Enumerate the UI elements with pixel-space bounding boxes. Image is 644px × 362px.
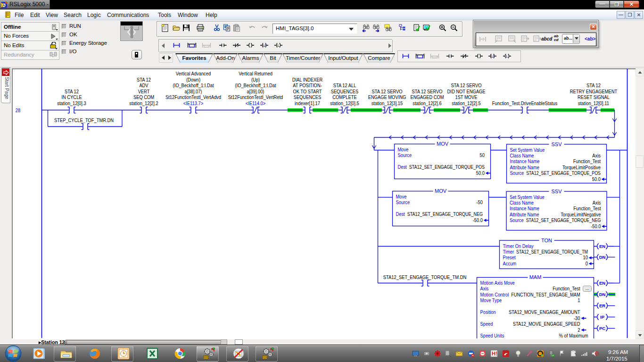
svg-text:Attribute Name: Attribute Name — [510, 212, 539, 217]
svg-text:-50.0: -50.0 — [591, 223, 601, 229]
svg-text:ENGAGED COM: ENGAGED COM — [410, 94, 444, 100]
svg-text:MOV: MOV — [437, 141, 449, 147]
svg-text:...: ... — [586, 286, 589, 291]
svg-text:Vertical Advanced: Vertical Advanced — [176, 71, 211, 76]
svg-text:50: 50 — [480, 152, 485, 158]
svg-text:MOV: MOV — [435, 188, 447, 194]
svg-text:station_12[0].3: station_12[0].3 — [57, 100, 86, 106]
svg-text:2: 2 — [578, 327, 580, 333]
svg-text:St12FunctionTestI_VertRetd: St12FunctionTestI_VertRetd — [228, 94, 283, 100]
svg-text:(Down): (Down) — [186, 77, 200, 82]
svg-text:ENGAGE MOVING: ENGAGE MOVING — [368, 94, 406, 100]
svg-text:50.0: 50.0 — [476, 170, 485, 176]
svg-text:station_12[3].15: station_12[3].15 — [372, 100, 403, 106]
svg-text:(IO_Beckhoff_1:I.Dat: (IO_Beckhoff_1:I.Dat — [173, 82, 214, 88]
svg-text:DID NOT ENGAGE: DID NOT ENGAGE — [447, 89, 486, 94]
svg-text:Source: Source — [510, 170, 524, 176]
svg-text:Timer On Delay: Timer On Delay — [503, 243, 534, 249]
svg-text:Axis: Axis — [592, 153, 601, 158]
svg-text:ADV: ADV — [139, 82, 149, 88]
svg-text:AT POSITION-: AT POSITION- — [293, 82, 322, 88]
svg-text:28: 28 — [16, 107, 20, 113]
svg-text:Move: Move — [398, 147, 409, 152]
svg-text:VERT: VERT — [138, 89, 150, 94]
svg-text:Speed Units: Speed Units — [480, 333, 504, 338]
svg-text:STEP_CYCLE_TOF_TMR.DN: STEP_CYCLE_TOF_TMR.DN — [54, 117, 114, 123]
svg-text:Function_Test.DriveEnableStatu: Function_Test.DriveEnableStatus — [492, 100, 558, 106]
svg-text:Source: Source — [510, 217, 524, 223]
svg-text:Position: Position — [480, 309, 496, 315]
svg-text:Speed: Speed — [480, 321, 493, 327]
svg-text:STA12_MOVE_ENGAGE_AMOUNT: STA12_MOVE_ENGAGE_AMOUNT — [509, 309, 580, 315]
svg-text:Attribute Name: Attribute Name — [510, 165, 539, 170]
svg-text:Move: Move — [396, 194, 407, 199]
svg-text:Motion Axis Move: Motion Axis Move — [480, 280, 515, 286]
svg-text:1ST MOVE: 1ST MOVE — [455, 94, 477, 100]
svg-text:indexer[1].17: indexer[1].17 — [295, 100, 320, 106]
svg-text:Source: Source — [398, 152, 412, 158]
svg-text:STA 12: STA 12 — [586, 82, 601, 88]
svg-text:STA12_MOVE_ENGAGE_SPEED: STA12_MOVE_ENGAGE_SPEED — [513, 321, 580, 327]
svg-text:STA 12 SERVO: STA 12 SERVO — [372, 89, 402, 94]
svg-text:50.0: 50.0 — [592, 176, 601, 182]
svg-text:Vertical Returned: Vertical Returned — [239, 71, 272, 76]
svg-text:Axis: Axis — [593, 200, 601, 206]
svg-text:STA12_SET_ENGAGE_TORQUE_POS: STA12_SET_ENGAGE_TORQUE_POS — [409, 164, 485, 170]
svg-text:PC: PC — [599, 326, 605, 331]
svg-text:IP: IP — [600, 314, 605, 320]
svg-text:DIAL INDEXER: DIAL INDEXER — [292, 77, 323, 82]
svg-text:SEQUENCES: SEQUENCES — [294, 94, 322, 100]
svg-text:STA12_SET_ENGAGE_TORQUE_NEG: STA12_SET_ENGAGE_TORQUE_NEG — [526, 217, 601, 223]
svg-text:Class Name: Class Name — [510, 153, 534, 158]
svg-text:Source: Source — [396, 199, 410, 205]
svg-text:Instance Name: Instance Name — [510, 158, 540, 164]
svg-text:-30: -30 — [574, 315, 580, 321]
svg-text:-50.0: -50.0 — [473, 217, 483, 223]
svg-text:Function_Test: Function_Test — [573, 206, 601, 211]
svg-text:(IO_Beckhoff_1:I.Dat: (IO_Beckhoff_1:I.Dat — [235, 82, 276, 88]
svg-text:STA 12: STA 12 — [137, 77, 151, 82]
svg-text:STA 12: STA 12 — [65, 89, 79, 94]
svg-text:EN: EN — [599, 244, 605, 249]
svg-text:IN CYCLE: IN CYCLE — [61, 94, 82, 100]
svg-text:SSV: SSV — [551, 189, 562, 194]
svg-text:STA 12 SERVO: STA 12 SERVO — [451, 82, 481, 88]
svg-text:OK TO START: OK TO START — [293, 89, 322, 94]
svg-text:STA 12 SERVO: STA 12 SERVO — [412, 89, 442, 94]
svg-text:Axis: Axis — [480, 286, 489, 291]
svg-text:0: 0 — [586, 261, 588, 266]
svg-text:SEQ COM: SEQ COM — [133, 94, 154, 100]
svg-text:DN: DN — [599, 255, 606, 260]
svg-text:Function_Test: Function_Test — [573, 158, 601, 164]
svg-text:STA12_SET_ENGAGE_TORQUE_POS: STA12_SET_ENGAGE_TORQUE_POS — [526, 170, 601, 176]
svg-text:10: 10 — [583, 255, 588, 260]
svg-text:Set System Value: Set System Value — [510, 194, 545, 200]
svg-text:STA12_SET_ENGAGE_TORQUE_NEG: STA12_SET_ENGAGE_TORQUE_NEG — [407, 211, 483, 217]
svg-text:MAM: MAM — [529, 274, 542, 280]
svg-text:Preset: Preset — [503, 255, 516, 260]
svg-text:a[39].00): a[39].00) — [247, 89, 264, 94]
svg-text:SSV: SSV — [551, 141, 562, 147]
svg-text:Set System Value: Set System Value — [510, 147, 545, 153]
svg-text:-50: -50 — [477, 199, 483, 205]
svg-text:RESET SIGNAL: RESET SIGNAL — [578, 94, 610, 100]
svg-text:station_12[2].2: station_12[2].2 — [129, 100, 158, 106]
svg-text:SEQUENCES: SEQUENCES — [331, 89, 359, 94]
svg-text:Dest: Dest — [398, 164, 407, 170]
svg-text:FUNCTION_TEST_ENGAGE_MAM: FUNCTION_TEST_ENGAGE_MAM — [511, 292, 580, 297]
svg-text:St12FunctionTestI_VertAdvd: St12FunctionTestI_VertAdvd — [165, 94, 221, 100]
svg-text:TON: TON — [541, 238, 552, 243]
svg-text:1: 1 — [578, 297, 580, 303]
svg-text:Accum: Accum — [503, 261, 517, 266]
svg-text:ER: ER — [599, 303, 605, 308]
svg-text:station_12[0].11: station_12[0].11 — [578, 100, 609, 106]
svg-text:station_12[0].5: station_12[0].5 — [330, 100, 359, 106]
svg-text:station_12[2].6: station_12[2].6 — [413, 100, 441, 106]
svg-text:H!: H! — [492, 351, 497, 356]
svg-text:EN: EN — [599, 280, 605, 286]
svg-text:STA12_SET_ENGAGE_TORQUE_TM.DN: STA12_SET_ENGAGE_TORQUE_TM.DN — [383, 274, 466, 280]
svg-text:TorqueLimitPositive: TorqueLimitPositive — [562, 165, 601, 170]
svg-text:STA12_SET_ENGAGE_TORQUE_TM: STA12_SET_ENGAGE_TORQUE_TM — [516, 249, 588, 255]
svg-text:<IE114.0>: <IE114.0> — [246, 100, 266, 106]
svg-text:DN: DN — [599, 292, 606, 297]
